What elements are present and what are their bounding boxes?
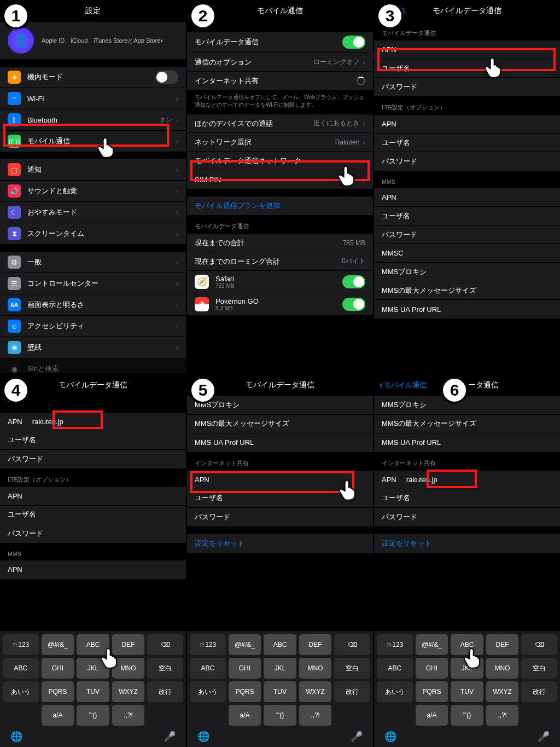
key[interactable]: '"() [451,705,483,726]
keyboard[interactable]: ☆123 @#/&_ ABC DEF ⌫ ABC GHI JKL MNO 空白 … [374,631,560,747]
row-mms-apn[interactable]: APN [374,188,560,207]
key[interactable]: PQRS [416,681,448,702]
keyboard[interactable]: ☆123 @#/&_ ABC DEF ⌫ ABC GHI JKL MNO 空白 … [187,631,373,747]
row-hotspot-username[interactable]: ユーザ名 [187,489,373,508]
key-kana[interactable]: あいう [3,681,39,702]
row-cellular-data[interactable]: モバイルデータ通信 [187,32,373,53]
row-reset[interactable]: 設定をリセット [374,534,560,553]
row-reset[interactable]: 設定をリセット [187,534,373,553]
key[interactable]: MNO [486,658,519,679]
row-lte-username[interactable]: ユーザ名 [374,134,560,152]
row-display[interactable]: AA 画面表示と明るさ› [0,294,186,316]
key-kana[interactable]: あいう [190,681,226,702]
key[interactable]: TUV [77,681,109,702]
row-password[interactable]: パスワード [374,78,560,96]
key[interactable]: TUV [264,681,296,702]
key-backspace[interactable]: ⌫ [521,634,557,655]
row-lte-username[interactable]: ユーザ名 [0,506,186,524]
safari-toggle[interactable] [342,275,365,288]
row-lte-apn[interactable]: APN [0,487,186,506]
pokemon-toggle[interactable] [342,298,365,311]
key[interactable]: ABC [451,634,483,655]
key-abc[interactable]: ABC [190,658,226,679]
row-username[interactable]: ユーザ名 [0,431,186,450]
key[interactable]: '"() [77,705,109,726]
key-backspace[interactable]: ⌫ [147,634,183,655]
row-hotspot-username[interactable]: ユーザ名 [374,489,560,508]
key-return[interactable]: 改行 [521,681,557,702]
row-accessibility[interactable]: ☺ アクセシビリティ› [0,316,186,337]
row-apn[interactable]: APN [374,40,560,59]
row-hotspot-apn[interactable]: APN [187,471,373,489]
row-sim-pin[interactable]: SIM PIN› [187,170,373,189]
keyboard[interactable]: ☆123 @#/&_ ABC DEF ⌫ ABC GHI JKL MNO 空白 … [0,631,186,747]
key[interactable]: @#/&_ [229,634,261,655]
key[interactable]: GHI [229,658,261,679]
globe-icon[interactable]: 🌐 [197,731,209,743]
row-mms-username[interactable]: ユーザ名 [374,207,560,225]
row-bluetooth[interactable]: ᛒ Bluetooth オン › [0,109,186,131]
key[interactable]: JKL [264,658,296,679]
key[interactable]: DEF [112,634,145,655]
row-mms-ua[interactable]: MMS UA Prof URL [374,433,560,452]
row-mms-max[interactable]: MMSの最大メッセージサイズ [374,415,560,433]
key-return[interactable]: 改行 [147,681,183,702]
key[interactable]: @#/&_ [42,634,74,655]
row-add-plan[interactable]: モバイル通信プランを追加 [187,196,373,215]
key[interactable]: DEF [299,634,332,655]
row-mms-proxy[interactable]: MMSプロキシ [374,263,560,281]
row-airplane[interactable]: ✈︎ 機内モード [0,67,186,88]
key-space[interactable]: 空白 [334,658,370,679]
row-options[interactable]: 通信のオプション ローミングオフ› [187,53,373,72]
row-lte-password[interactable]: パスワード [374,152,560,171]
row-mms-proxy[interactable]: MMSプロキシ [187,396,373,415]
key[interactable]: GHI [42,658,74,679]
key[interactable]: a/A [42,705,74,726]
key[interactable]: GHI [416,658,448,679]
row-mms-password[interactable]: パスワード [374,225,560,244]
key[interactable]: JKL [77,658,109,679]
apn-input[interactable]: rakuten.jp [406,476,438,484]
key-kana[interactable]: あいう [377,681,413,702]
profile-cell[interactable]: 👤 Apple ID、iCloud、iTunes StoreとApp Store… [0,22,186,59]
key[interactable]: '"() [264,705,296,726]
key-space[interactable]: 空白 [521,658,557,679]
row-mms-ua[interactable]: MMS UA Prof URL [374,300,560,319]
row-cellular-network[interactable]: モバイルデータ通信ネットワーク› [187,152,373,170]
row-lte-apn[interactable]: APN [374,115,560,134]
key-sym[interactable]: ☆123 [3,634,39,655]
row-sounds[interactable]: 🔊 サウンドと触覚› [0,181,186,202]
key[interactable]: WXYZ [112,681,145,702]
key[interactable]: WXYZ [299,681,332,702]
key[interactable]: DEF [486,634,519,655]
row-app-safari[interactable]: 🧭 Safari752 MB [187,271,373,293]
key-return[interactable]: 改行 [334,681,370,702]
key[interactable]: .,?! [486,705,519,726]
row-notifications[interactable]: ▢ 通知› [0,159,186,181]
mic-icon[interactable]: 🎤 [164,731,176,743]
row-mms-apn[interactable]: APN [0,560,186,579]
key[interactable]: MNO [299,658,332,679]
globe-icon[interactable]: 🌐 [10,731,22,743]
row-mms-max[interactable]: MMSの最大メッセージサイズ [374,281,560,300]
row-dnd[interactable]: ☾ おやすみモード› [0,202,186,223]
key-space[interactable]: 空白 [147,658,183,679]
airplane-toggle[interactable] [155,71,178,84]
key[interactable]: WXYZ [486,681,519,702]
row-hotspot-password[interactable]: パスワード [374,508,560,526]
key[interactable]: a/A [229,705,261,726]
row-lte-password[interactable]: パスワード [0,524,186,543]
key[interactable]: @#/&_ [416,634,448,655]
key[interactable]: PQRS [42,681,74,702]
key-sym[interactable]: ☆123 [190,634,226,655]
row-cellular[interactable]: (( )) モバイル通信 › [0,131,186,152]
row-network-select[interactable]: ネットワーク選択 Rakuten› [187,133,373,152]
globe-icon[interactable]: 🌐 [384,731,396,743]
row-mms-ua[interactable]: MMS UA Prof URL [187,433,373,452]
key-abc[interactable]: ABC [377,658,413,679]
row-mms-max[interactable]: MMSの最大メッセージサイズ [187,415,373,433]
row-wallpaper[interactable]: ❀ 壁紙› [0,337,186,358]
cellular-data-toggle[interactable] [342,36,365,49]
row-calls[interactable]: ほかのデバイスでの通話 近くにあるとき› [187,114,373,133]
row-mms-proxy[interactable]: MMSプロキシ [374,396,560,415]
